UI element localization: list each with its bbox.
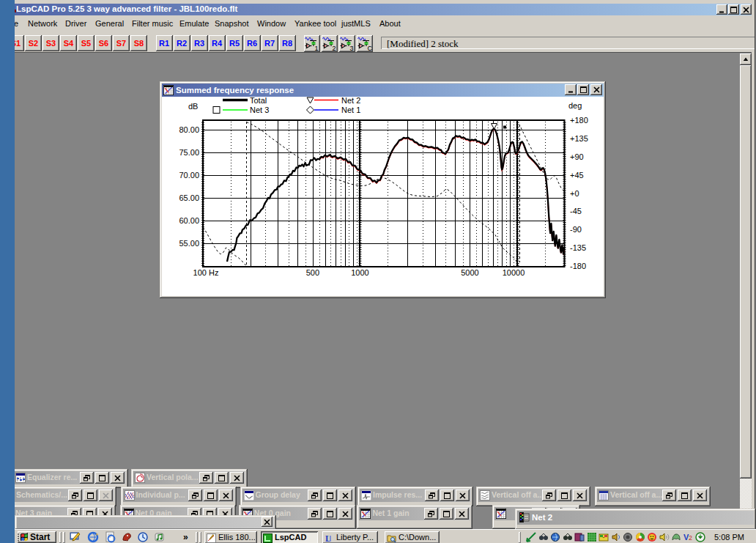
svg-text:2: 2 [689,534,692,542]
svg-text:+180: +180 [570,116,588,125]
svg-text:C: C [367,45,372,51]
svg-text:Net 2: Net 2 [341,97,360,105]
svg-text:10000: 10000 [503,268,525,277]
svg-text:5000: 5000 [461,268,478,277]
svg-text:-90: -90 [570,225,582,234]
svg-text:75.00: 75.00 [179,148,199,157]
svg-text:3: 3 [349,45,353,51]
svg-text:-45: -45 [570,207,582,215]
svg-text:70.00: 70.00 [179,171,199,180]
svg-text:+0: +0 [570,189,579,198]
svg-text:-180: -180 [570,262,586,270]
svg-text:+90: +90 [570,152,584,161]
svg-text:1000: 1000 [351,268,368,277]
svg-text:65.00: 65.00 [179,193,199,202]
svg-text:Net 3: Net 3 [250,106,269,114]
svg-text:dB: dB [188,102,198,111]
svg-text:100 Hz: 100 Hz [193,268,219,277]
svg-text:500: 500 [306,268,319,277]
svg-text:2: 2 [332,45,336,51]
svg-text:-135: -135 [570,243,586,252]
svg-text:+135: +135 [570,134,588,143]
svg-text:+45: +45 [570,171,584,180]
svg-text:1: 1 [314,45,318,51]
svg-text:55.00: 55.00 [179,239,199,248]
svg-text:Total: Total [250,97,267,105]
svg-text:Net 1: Net 1 [341,106,360,114]
svg-text:60.00: 60.00 [179,216,199,225]
svg-text:deg: deg [568,101,582,110]
svg-text:80.00: 80.00 [179,125,199,134]
